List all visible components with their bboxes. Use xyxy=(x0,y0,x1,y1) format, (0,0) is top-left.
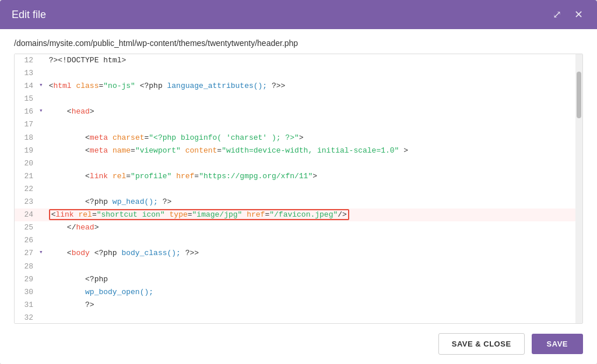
line-number: 25 xyxy=(15,221,38,234)
modal-body: /domains/mysite.com/public_html/wp-conte… xyxy=(0,29,597,324)
line-code: ?> xyxy=(44,299,575,312)
line-number: 19 xyxy=(15,144,38,157)
expand-button[interactable]: ⤢ xyxy=(550,8,564,21)
editor-scroll[interactable]: 12?><!DOCTYPE html>1314▾<html class="no-… xyxy=(15,54,575,323)
line-code xyxy=(44,93,575,105)
editor-area: 12?><!DOCTYPE html>1314▾<html class="no-… xyxy=(14,54,583,324)
fold-indicator xyxy=(38,132,44,144)
line-number: 21 xyxy=(15,170,38,183)
fold-indicator xyxy=(38,54,44,67)
line-code xyxy=(44,157,575,170)
table-row: 25 </head> xyxy=(15,221,575,234)
line-code: <link rel="profile" href="https://gmpg.o… xyxy=(44,170,575,183)
scrollbar-thumb xyxy=(577,72,581,118)
line-code: <?php wp_head(); ?> xyxy=(44,196,575,208)
table-row: 18 <meta charset="<?php bloginfo( 'chars… xyxy=(15,132,575,144)
line-number: 13 xyxy=(15,67,38,80)
fold-indicator xyxy=(38,157,44,170)
edit-file-modal: Edit file ⤢ ✕ /domains/mysite.com/public… xyxy=(0,0,597,364)
fold-indicator xyxy=(38,260,44,273)
save-button[interactable]: SAVE xyxy=(532,334,583,354)
line-number: 16 xyxy=(15,105,38,118)
line-code xyxy=(44,234,575,247)
table-row: 23 <?php wp_head(); ?> xyxy=(15,196,575,208)
table-row: 31 ?> xyxy=(15,299,575,312)
line-number: 18 xyxy=(15,132,38,144)
table-row: 26 xyxy=(15,234,575,247)
fold-indicator xyxy=(38,144,44,157)
close-icon: ✕ xyxy=(574,9,583,20)
fold-indicator xyxy=(38,221,44,234)
fold-indicator xyxy=(38,208,44,221)
table-row: 24<link rel="shortcut icon" type="image/… xyxy=(15,208,575,221)
table-row: 12?><!DOCTYPE html> xyxy=(15,54,575,67)
fold-indicator xyxy=(38,234,44,247)
line-number: 17 xyxy=(15,118,38,131)
header-actions: ⤢ ✕ xyxy=(550,8,585,21)
modal-footer: SAVE & CLOSE SAVE xyxy=(0,324,597,364)
line-code xyxy=(44,67,575,80)
fold-indicator xyxy=(38,170,44,183)
table-row: 16▾ <head> xyxy=(15,105,575,118)
line-number: 29 xyxy=(15,273,38,286)
line-code: <?php xyxy=(44,273,575,286)
table-row: 14▾<html class="no-js" <?php language_at… xyxy=(15,80,575,93)
line-code: <html class="no-js" <?php language_attri… xyxy=(44,80,575,93)
fold-indicator xyxy=(38,93,44,105)
fold-indicator xyxy=(38,67,44,80)
line-number: 14 xyxy=(15,80,38,93)
line-code xyxy=(44,260,575,273)
table-row: 22 xyxy=(15,183,575,196)
fold-indicator[interactable]: ▾ xyxy=(38,80,44,93)
fold-indicator xyxy=(38,312,44,323)
table-row: 29 <?php xyxy=(15,273,575,286)
fold-indicator[interactable]: ▾ xyxy=(38,105,44,118)
code-table: 12?><!DOCTYPE html>1314▾<html class="no-… xyxy=(15,54,575,323)
line-number: 20 xyxy=(15,157,38,170)
table-row: 21 <link rel="profile" href="https://gmp… xyxy=(15,170,575,183)
fold-indicator xyxy=(38,299,44,312)
fold-indicator[interactable]: ▾ xyxy=(38,247,44,260)
line-number: 15 xyxy=(15,93,38,105)
line-code: <body <?php body_class(); ?>> xyxy=(44,247,575,260)
line-code: <meta charset="<?php bloginfo( 'charset'… xyxy=(44,132,575,144)
table-row: 32 xyxy=(15,312,575,323)
line-code: <link rel="shortcut icon" type="image/jp… xyxy=(44,208,575,221)
line-number: 12 xyxy=(15,54,38,67)
line-code: </head> xyxy=(44,221,575,234)
modal-header: Edit file ⤢ ✕ xyxy=(0,0,597,29)
fold-indicator xyxy=(38,183,44,196)
table-row: 13 xyxy=(15,67,575,80)
line-number: 28 xyxy=(15,260,38,273)
line-number: 32 xyxy=(15,312,38,323)
file-path: /domains/mysite.com/public_html/wp-conte… xyxy=(0,29,597,54)
table-row: 27▾ <body <?php body_class(); ?>> xyxy=(15,247,575,260)
line-code: wp_body_open(); xyxy=(44,286,575,299)
line-number: 26 xyxy=(15,234,38,247)
line-code: <head> xyxy=(44,105,575,118)
table-row: 19 <meta name="viewport" content="width=… xyxy=(15,144,575,157)
fold-indicator xyxy=(38,286,44,299)
save-close-button[interactable]: SAVE & CLOSE xyxy=(438,333,525,355)
line-code xyxy=(44,312,575,323)
table-row: 20 xyxy=(15,157,575,170)
line-code: ?><!DOCTYPE html> xyxy=(44,54,575,67)
line-number: 30 xyxy=(15,286,38,299)
line-code xyxy=(44,183,575,196)
modal-title: Edit file xyxy=(12,9,46,21)
line-number: 23 xyxy=(15,196,38,208)
expand-icon: ⤢ xyxy=(553,9,561,20)
table-row: 28 xyxy=(15,260,575,273)
close-button[interactable]: ✕ xyxy=(572,8,585,21)
line-number: 31 xyxy=(15,299,38,312)
line-number: 24 xyxy=(15,208,38,221)
fold-indicator xyxy=(38,196,44,208)
line-number: 22 xyxy=(15,183,38,196)
line-code xyxy=(44,118,575,131)
fold-indicator xyxy=(38,273,44,286)
line-code: <meta name="viewport" content="width=dev… xyxy=(44,144,575,157)
table-row: 15 xyxy=(15,93,575,105)
table-row: 17 xyxy=(15,118,575,131)
fold-indicator xyxy=(38,118,44,131)
scrollbar-track[interactable] xyxy=(575,54,582,323)
